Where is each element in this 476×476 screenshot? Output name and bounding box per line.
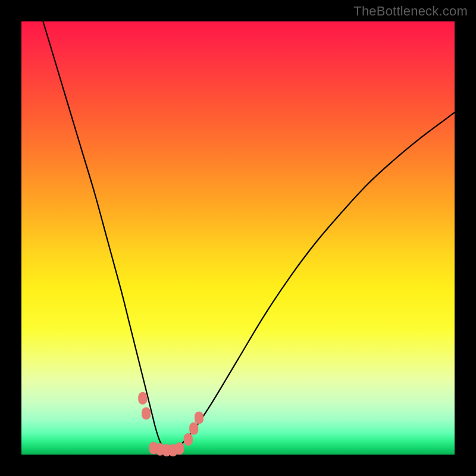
plot-area: [21, 21, 455, 455]
curve-marker: [190, 422, 198, 434]
curve-marker: [142, 408, 151, 419]
curve-marker: [184, 434, 192, 446]
watermark-text: TheBottleneck.com: [353, 4, 468, 19]
curve-markers: [139, 392, 203, 456]
chart-frame: TheBottleneck.com: [0, 0, 476, 476]
bottleneck-curve: [43, 21, 455, 450]
curve-marker: [139, 392, 147, 404]
curve-path: [43, 21, 455, 450]
chart-svg: [21, 21, 455, 455]
curve-marker: [195, 412, 203, 424]
curve-marker: [176, 443, 184, 455]
